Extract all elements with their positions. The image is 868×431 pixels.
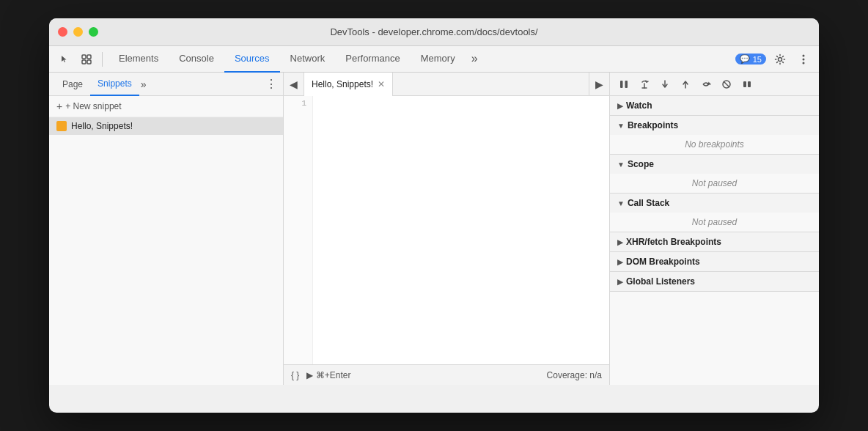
svg-rect-15 (743, 81, 746, 87)
tab-performance[interactable]: Performance (335, 46, 410, 73)
global-listeners-arrow-icon: ▶ (617, 278, 623, 286)
global-listeners-section: ▶ Global Listeners (610, 272, 819, 292)
tab-bar: Elements Console Sources Network Perform… (108, 46, 732, 73)
breakpoints-section: ▼ Breakpoints No breakpoints (610, 116, 819, 155)
call-stack-not-paused-text: Not paused (692, 217, 737, 227)
dom-arrow-icon: ▶ (617, 258, 623, 266)
scope-label: Scope (628, 159, 654, 169)
step-button[interactable] (696, 75, 716, 94)
tab-sources[interactable]: Sources (224, 46, 280, 73)
snippet-item-name: Hello, Snippets! (71, 121, 133, 131)
format-button[interactable]: { } (291, 370, 299, 380)
close-button[interactable] (58, 27, 67, 37)
sidebar-tab-snippets[interactable]: Snippets (90, 73, 139, 96)
call-stack-arrow-icon: ▼ (617, 199, 625, 207)
inspect-icon[interactable] (77, 50, 96, 69)
tab-network[interactable]: Network (280, 46, 336, 73)
cursor-icon[interactable] (55, 50, 74, 69)
svg-point-7 (803, 62, 805, 64)
devtools-body: Elements Console Sources Network Perform… (49, 46, 819, 413)
editor-tab-bar: ◀ Hello, Snippets! ✕ ▶ (284, 73, 609, 96)
svg-line-14 (724, 81, 729, 87)
step-out-button[interactable] (676, 75, 695, 94)
code-area[interactable] (313, 96, 609, 364)
tab-more[interactable]: » (466, 46, 484, 73)
plus-icon: + (56, 100, 62, 112)
svg-rect-9 (625, 81, 628, 88)
editor-statusbar: { } ▶ ⌘+Enter Coverage: n/a (284, 364, 609, 385)
breakpoints-body: No breakpoints (610, 135, 819, 154)
sidebar-more-options-icon[interactable]: ⋮ (265, 77, 277, 91)
sidebar-tab-more-icon[interactable]: » (141, 78, 147, 90)
more-icon[interactable] (794, 50, 813, 69)
line-number-1: 1 (290, 99, 306, 108)
pause-button[interactable] (614, 75, 633, 94)
new-snippet-label: + New snippet (65, 101, 121, 111)
toolbar-divider (102, 52, 103, 67)
editor-area: ◀ Hello, Snippets! ✕ ▶ 1 { } ▶ ⌘+Enter (284, 73, 610, 385)
global-listeners-header[interactable]: ▶ Global Listeners (610, 272, 819, 291)
step-over-button[interactable] (635, 75, 654, 94)
traffic-lights (58, 27, 98, 37)
line-numbers: 1 (284, 96, 313, 364)
minimize-button[interactable] (73, 27, 83, 37)
run-button[interactable]: ▶ ⌘+Enter (306, 370, 350, 380)
editor-body: 1 (284, 96, 609, 364)
breakpoints-arrow-icon: ▼ (617, 122, 625, 130)
snippet-item-hello[interactable]: Hello, Snippets! (49, 117, 283, 135)
xhr-label: XHR/fetch Breakpoints (626, 237, 721, 247)
window-title: DevTools - developer.chrome.com/docs/dev… (330, 26, 537, 37)
dont-pause-exceptions-button[interactable] (738, 75, 757, 94)
step-into-button[interactable] (655, 75, 674, 94)
call-stack-label: Call Stack (628, 198, 669, 208)
call-stack-section: ▼ Call Stack Not paused (610, 194, 819, 232)
console-count: 15 (753, 55, 762, 64)
editor-tab-back-icon[interactable]: ◀ (284, 73, 304, 96)
editor-tab-forward-icon[interactable]: ▶ (589, 73, 609, 96)
svg-point-5 (803, 54, 805, 56)
global-listeners-label: Global Listeners (626, 276, 695, 287)
watch-header[interactable]: ▶ Watch (610, 96, 819, 115)
editor-tab-close-icon[interactable]: ✕ (378, 79, 385, 89)
new-snippet-button[interactable]: + + New snippet (49, 96, 283, 117)
tab-elements[interactable]: Elements (108, 46, 169, 73)
sidebar-tab-page[interactable]: Page (55, 73, 90, 96)
svg-rect-16 (748, 81, 751, 87)
xhr-arrow-icon: ▶ (617, 238, 623, 246)
main-content: Page Snippets » ⋮ + + New snippet Hello,… (49, 73, 819, 385)
dom-section: ▶ DOM Breakpoints (610, 252, 819, 272)
deactivate-breakpoints-button[interactable] (717, 75, 736, 94)
svg-point-6 (803, 58, 805, 60)
right-panel-scroll: ▶ Watch ▼ Breakpoints No breakpoints (610, 96, 819, 385)
xhr-header[interactable]: ▶ XHR/fetch Breakpoints (610, 232, 819, 251)
main-toolbar: Elements Console Sources Network Perform… (49, 46, 819, 73)
breakpoints-header[interactable]: ▼ Breakpoints (610, 116, 819, 135)
svg-rect-2 (87, 55, 91, 59)
scope-section: ▼ Scope Not paused (610, 155, 819, 194)
scope-header[interactable]: ▼ Scope (610, 155, 819, 174)
watch-section: ▶ Watch (610, 96, 819, 116)
watch-arrow-icon: ▶ (617, 102, 623, 110)
xhr-section: ▶ XHR/fetch Breakpoints (610, 232, 819, 252)
chat-icon: 💬 (740, 54, 750, 64)
debugger-toolbar (610, 73, 819, 96)
tab-memory[interactable]: Memory (411, 46, 466, 73)
settings-icon[interactable] (770, 50, 790, 69)
console-badge[interactable]: 💬 15 (735, 54, 766, 65)
snippet-file-icon (56, 121, 67, 131)
call-stack-header[interactable]: ▼ Call Stack (610, 194, 819, 213)
scope-not-paused-text: Not paused (692, 178, 737, 188)
dom-label: DOM Breakpoints (626, 257, 700, 267)
dom-header[interactable]: ▶ DOM Breakpoints (610, 252, 819, 271)
editor-tab-label: Hello, Snippets! (312, 79, 373, 89)
watch-label: Watch (626, 100, 652, 111)
svg-rect-1 (82, 60, 86, 64)
breakpoints-label: Breakpoints (628, 120, 678, 130)
svg-point-4 (779, 57, 782, 61)
no-breakpoints-text: No breakpoints (685, 139, 744, 150)
toolbar-right: 💬 15 (735, 50, 813, 69)
editor-active-tab[interactable]: Hello, Snippets! ✕ (304, 73, 393, 96)
tab-console[interactable]: Console (169, 46, 224, 73)
right-panel: ▶ Watch ▼ Breakpoints No breakpoints (610, 73, 819, 385)
maximize-button[interactable] (89, 27, 98, 37)
